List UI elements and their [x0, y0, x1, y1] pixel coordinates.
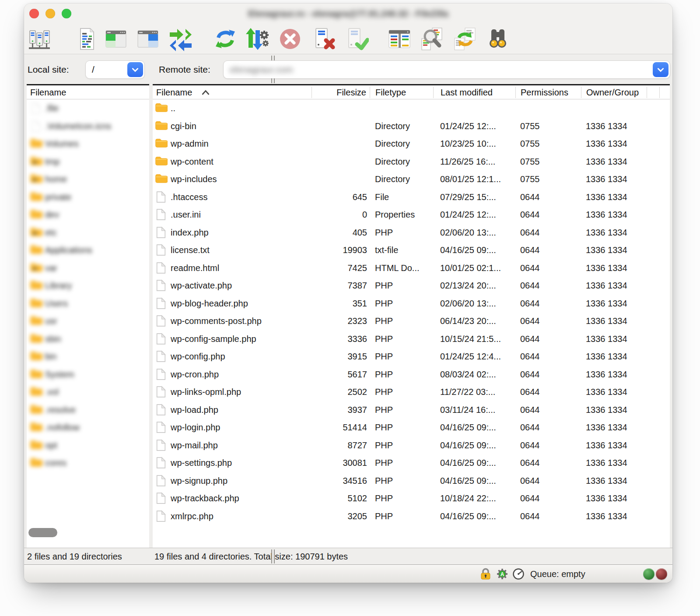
- process-queue-button[interactable]: [245, 27, 270, 51]
- table-row[interactable]: ..: [153, 99, 670, 117]
- list-item[interactable]: home: [27, 170, 149, 188]
- site-manager-button[interactable]: [27, 27, 52, 51]
- refresh-button[interactable]: [213, 27, 238, 51]
- list-item[interactable]: .vol: [27, 383, 149, 401]
- window-title: Elenagraur.ro - elenagra@77.81.240.32 - …: [24, 4, 672, 24]
- table-row[interactable]: wp-cron.php 5617 PHP 08/03/24 02:... 064…: [153, 366, 670, 384]
- table-row[interactable]: wp-admin Directory 10/23/25 10:... 0755 …: [153, 135, 670, 153]
- titlebar[interactable]: Elenagraur.ro - elenagra@77.81.240.32 - …: [24, 4, 672, 24]
- table-row[interactable]: wp-load.php 3937 PHP 03/11/24 16:... 064…: [153, 401, 670, 419]
- list-item[interactable]: .VolumeIcon.icns: [27, 117, 149, 135]
- transfer-queue-toggle-button[interactable]: [168, 27, 193, 51]
- cell-permissions: 0644: [520, 419, 540, 436]
- item-icon-wrap: [155, 120, 168, 130]
- local-filename-column-header[interactable]: Filename: [30, 85, 66, 99]
- list-item[interactable]: var: [27, 259, 149, 277]
- disconnect-button[interactable]: [312, 27, 336, 51]
- local-tree-toggle-button[interactable]: [104, 27, 128, 51]
- list-item[interactable]: Volumes: [27, 135, 149, 153]
- table-row[interactable]: readme.html 7425 HTML Do... 10/01/25 02:…: [153, 259, 670, 277]
- table-row[interactable]: wp-comments-post.php 2323 PHP 06/14/23 2…: [153, 312, 670, 330]
- remote-site-combobox[interactable]: elenagraur.com: [223, 60, 670, 79]
- filesize-column-header[interactable]: Filesize: [312, 85, 366, 99]
- list-item[interactable]: private: [27, 188, 149, 206]
- list-item[interactable]: Applications: [27, 241, 149, 259]
- chevron-down-icon: [657, 67, 664, 72]
- directory-comparison-icon: [387, 27, 412, 51]
- list-item[interactable]: Users: [27, 295, 149, 313]
- remote-site-dropdown-button[interactable]: [653, 62, 668, 77]
- folder-icon: [155, 155, 168, 166]
- table-row[interactable]: license.txt 19903 txt-file 04/16/25 09:.…: [153, 241, 670, 259]
- list-item[interactable]: Library: [27, 277, 149, 295]
- synchronized-browsing-icon: [453, 27, 477, 51]
- horizontal-scrollbar-thumb[interactable]: [28, 528, 57, 537]
- owner-group-column-header[interactable]: Owner/Group: [586, 85, 639, 99]
- cell-filesize: 3336: [310, 330, 367, 348]
- table-row[interactable]: cgi-bin Directory 01/24/25 12:... 0755 1…: [153, 117, 670, 135]
- list-item[interactable]: .nofollow: [27, 419, 149, 436]
- transfer-type-auto-toggle[interactable]: A: [496, 567, 509, 581]
- synchronized-browsing-button[interactable]: [453, 27, 477, 51]
- local-site-combobox[interactable]: /: [85, 60, 145, 79]
- remote-filename-column-header[interactable]: Filename: [156, 85, 192, 99]
- log-view-button[interactable]: [74, 27, 99, 51]
- list-item[interactable]: tmp: [27, 153, 149, 171]
- list-item[interactable]: System: [27, 366, 149, 384]
- folder-icon: [155, 173, 168, 183]
- cancel-button[interactable]: [278, 27, 302, 51]
- folder-icon: [30, 208, 42, 219]
- table-row[interactable]: wp-signup.php 34516 PHP 04/16/25 09:... …: [153, 472, 670, 490]
- speed-limits-toggle[interactable]: [512, 567, 525, 581]
- table-row[interactable]: wp-blog-header.php 351 PHP 02/06/20 13:.…: [153, 295, 670, 313]
- cell-owner-group: 1336 1334: [586, 401, 627, 419]
- filetype-column-header[interactable]: Filetype: [375, 85, 406, 99]
- table-row[interactable]: wp-activate.php 7387 PHP 02/13/24 20:...…: [153, 277, 670, 295]
- last-modified-column-header[interactable]: Last modified: [441, 85, 493, 99]
- list-item[interactable]: .resolve: [27, 401, 149, 419]
- table-row[interactable]: wp-mail.php 8727 PHP 04/16/25 09:... 064…: [153, 436, 670, 454]
- list-item[interactable]: cores: [27, 454, 149, 472]
- pane-splitter-grip[interactable]: [271, 56, 275, 60]
- table-row[interactable]: wp-settings.php 30081 PHP 04/16/25 09:..…: [153, 454, 670, 472]
- table-row[interactable]: wp-includes Directory 08/01/25 12:1... 0…: [153, 170, 670, 188]
- list-item[interactable]: etc: [27, 224, 149, 242]
- item-name: Users: [45, 295, 68, 313]
- list-item[interactable]: opt: [27, 436, 149, 454]
- pane-splitter-grip[interactable]: [271, 78, 275, 83]
- table-row[interactable]: xmlrpc.php 3205 PHP 04/16/25 09:... 0644…: [153, 507, 670, 525]
- local-file-list[interactable]: .file .VolumeIcon.icns Volumes tmp home …: [27, 99, 149, 548]
- list-item[interactable]: sbin: [27, 330, 149, 348]
- file-icon: [156, 191, 166, 203]
- directory-comparison-button[interactable]: [387, 27, 412, 51]
- table-row[interactable]: wp-links-opml.php 2502 PHP 11/27/22 03:.…: [153, 383, 670, 401]
- item-name: .file: [45, 99, 59, 117]
- cell-permissions: 0644: [520, 436, 540, 454]
- remote-file-list[interactable]: .. cgi-bin Directory 01/24/25 12:... 075…: [153, 99, 670, 548]
- cell-filetype: PHP: [375, 401, 434, 419]
- list-item[interactable]: dev: [27, 206, 149, 224]
- table-row[interactable]: wp-login.php 51414 PHP 04/16/25 09:... 0…: [153, 419, 670, 436]
- filter-button[interactable]: [486, 27, 510, 51]
- permissions-column-header[interactable]: Permissions: [521, 85, 568, 99]
- list-item[interactable]: bin: [27, 348, 149, 366]
- table-row[interactable]: wp-trackback.php 5102 PHP 10/18/24 22:..…: [153, 489, 670, 507]
- list-item[interactable]: usr: [27, 312, 149, 330]
- pane-splitter-grip[interactable]: [271, 549, 275, 563]
- table-row[interactable]: wp-config-sample.php 3336 PHP 10/15/24 2…: [153, 330, 670, 348]
- secure-connection-toggle[interactable]: [479, 567, 492, 581]
- filter-binoculars-icon: [486, 27, 510, 51]
- chevron-down-icon: [132, 67, 139, 72]
- table-row[interactable]: wp-content Directory 11/26/25 16:... 075…: [153, 153, 670, 171]
- find-files-button[interactable]: [420, 27, 444, 51]
- reconnect-button[interactable]: [344, 27, 369, 51]
- table-row[interactable]: .htaccess 645 File 07/29/25 15:... 0644 …: [153, 188, 670, 206]
- filezilla-window: Elenagraur.ro - elenagra@77.81.240.32 - …: [24, 4, 672, 583]
- item-icon-wrap: [155, 173, 168, 183]
- table-row[interactable]: wp-config.php 3915 PHP 01/24/25 12:4... …: [153, 348, 670, 366]
- table-row[interactable]: index.php 405 PHP 02/06/20 13:... 0644 1…: [153, 224, 670, 242]
- remote-tree-toggle-button[interactable]: [136, 27, 160, 51]
- local-site-dropdown-button[interactable]: [127, 62, 143, 77]
- list-item[interactable]: .file: [27, 99, 149, 117]
- table-row[interactable]: .user.ini 0 Properties 01/24/25 12:... 0…: [153, 206, 670, 224]
